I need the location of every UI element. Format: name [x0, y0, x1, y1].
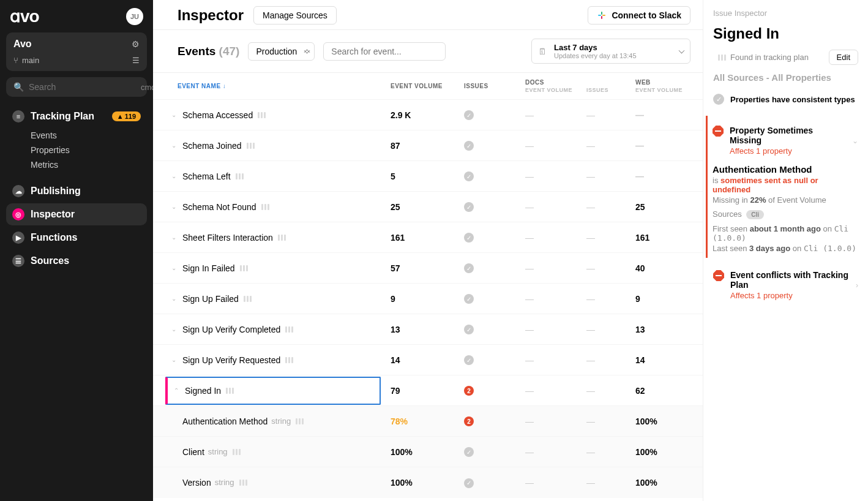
col-event-volume: EVENT VOLUME: [386, 73, 459, 100]
docs-volume: —: [520, 375, 582, 406]
docs-issues: —: [582, 253, 630, 284]
issue-ok-icon: ✓: [464, 202, 474, 212]
col-event-name[interactable]: EVENT NAME ↓: [153, 73, 386, 100]
docs-issues: —: [582, 222, 630, 253]
branch-menu-icon[interactable]: ☰: [132, 56, 140, 65]
property-row[interactable]: Versionstring100%✓——100%: [153, 467, 703, 498]
expand-icon[interactable]: ⌄: [171, 173, 178, 179]
issue1-status-line: is sometimes sent as null or undefined: [713, 176, 858, 194]
events-table: EVENT NAME ↓ EVENT VOLUME ISSUES DocsEVE…: [153, 73, 703, 498]
tracking-plan-icon-small: [278, 235, 286, 241]
table-row[interactable]: ⌃Signed In792——62: [153, 375, 703, 406]
expand-icon[interactable]: ⌄: [171, 203, 178, 210]
nav-inspector[interactable]: ◎ Inspector: [6, 203, 147, 225]
event-issues: ✓: [459, 253, 520, 284]
property-issues: ✓: [459, 437, 520, 467]
issue-property-missing-header[interactable]: Property Sometimes Missing Affects 1 pro…: [713, 121, 858, 160]
event-name: Sign Up Verify Requested: [182, 355, 280, 365]
event-name: Signed In: [185, 386, 221, 396]
env-select[interactable]: Production: [248, 42, 315, 61]
event-issues: ✓: [459, 161, 520, 192]
issue1-first-seen: First seen about 1 month ago on Cli (1.0…: [713, 224, 858, 243]
publishing-icon: ☁: [12, 185, 24, 197]
table-row[interactable]: ⌄Sign Up Verify Completed13✓——13: [153, 314, 703, 345]
nav-tracking-plan[interactable]: ≡ Tracking Plan ▲ 119: [6, 105, 147, 127]
tracking-plan-icon-small: [236, 173, 244, 179]
docs-volume: —: [520, 192, 582, 222]
property-volume: 78%: [386, 406, 459, 437]
panel-title: Signed In: [713, 25, 858, 42]
docs-volume: —: [520, 345, 582, 375]
col-docs: DocsEVENT VOLUME: [520, 73, 582, 100]
connect-slack-button[interactable]: Connect to Slack: [588, 6, 690, 24]
issue-ok-icon: ✓: [464, 294, 474, 304]
property-row[interactable]: Clientstring100%✓——100%: [153, 437, 703, 467]
expand-icon[interactable]: ⌄: [171, 234, 178, 241]
tracking-plan-icon-small: [247, 143, 255, 149]
events-count: (47): [219, 45, 240, 58]
property-docs-volume: —: [520, 437, 582, 467]
avatar[interactable]: JU: [126, 8, 143, 25]
expand-icon[interactable]: ⌃: [174, 387, 180, 394]
docs-volume: —: [520, 222, 582, 253]
nav-functions[interactable]: ▶ Functions: [6, 227, 147, 249]
gear-icon[interactable]: ⚙: [132, 39, 140, 49]
nav-sources[interactable]: ☰ Sources: [6, 250, 147, 272]
expand-icon[interactable]: ⌄: [171, 356, 178, 363]
expand-icon[interactable]: ⌄: [171, 265, 178, 271]
property-docs-issues: —: [582, 467, 630, 498]
expand-icon[interactable]: ⌄: [171, 111, 178, 118]
tracking-plan-badge: ▲ 119: [112, 111, 141, 121]
table-row[interactable]: ⌄Schema Joined87✓———: [153, 130, 703, 161]
workspace-card[interactable]: Avo ⚙ main ☰: [6, 32, 147, 71]
sidebar-search[interactable]: 🔍 cmd+k: [6, 77, 147, 97]
property-issues: 2: [459, 406, 520, 437]
docs-issues: —: [582, 314, 630, 345]
table-row[interactable]: ⌄Sign Up Verify Requested14✓——14: [153, 345, 703, 375]
table-row[interactable]: ⌄Schema Left5✓———: [153, 161, 703, 192]
issue-ok-icon: ✓: [464, 263, 474, 273]
chevron-down-icon: ⌄: [852, 137, 858, 145]
date-range-select[interactable]: 🗓 Last 7 days Updates every day at 13:45: [531, 39, 690, 64]
docs-volume: —: [520, 130, 582, 161]
nav-publishing[interactable]: ☁ Publishing: [6, 180, 147, 202]
subnav-events[interactable]: Events: [31, 129, 147, 142]
connect-slack-label: Connect to Slack: [612, 10, 681, 20]
docs-issues: —: [582, 345, 630, 375]
tracking-plan-icon-small: [261, 204, 270, 210]
property-row[interactable]: Authentication Methodstring78%2——100%: [153, 406, 703, 437]
tracking-plan-icon-small: [244, 296, 252, 302]
web-volume: 25: [630, 192, 703, 222]
event-volume: 14: [386, 345, 459, 375]
table-row[interactable]: ⌄Sign In Failed57✓——40: [153, 253, 703, 284]
docs-volume: —: [520, 284, 582, 314]
issue1-property-name: Authentication Method: [713, 164, 858, 175]
manage-sources-button[interactable]: Manage Sources: [253, 6, 337, 24]
event-name: Sign Up Verify Completed: [182, 325, 280, 334]
property-issues: ✓: [459, 467, 520, 498]
sidebar-search-input[interactable]: [29, 82, 136, 92]
expand-icon[interactable]: ⌄: [171, 326, 178, 333]
event-name: Schema Accessed: [182, 110, 253, 120]
panel-filters[interactable]: All Sources - All Properties: [713, 72, 858, 83]
issue-conflicts-tracking-plan[interactable]: Event conflicts with Tracking Plan Affec…: [713, 265, 858, 305]
branch-icon: [13, 56, 22, 65]
subnav-properties[interactable]: Properties: [31, 143, 147, 157]
edit-button[interactable]: Edit: [829, 50, 858, 65]
table-row[interactable]: ⌄Sheet Filters Interaction161✓——161: [153, 222, 703, 253]
issue1-last-seen: Last seen 3 days ago on Cli (1.0.0): [713, 244, 858, 253]
property-name: Version: [182, 478, 211, 488]
slack-icon: [597, 10, 607, 20]
table-row[interactable]: ⌄Sign Up Failed9✓——9: [153, 284, 703, 314]
event-issues: ✓: [459, 130, 520, 161]
web-volume: 13: [630, 314, 703, 345]
table-row[interactable]: ⌄Schema Not Found25✓——25: [153, 192, 703, 222]
events-table-wrap[interactable]: EVENT NAME ↓ EVENT VOLUME ISSUES DocsEVE…: [153, 73, 703, 501]
expand-icon[interactable]: ⌄: [171, 295, 178, 302]
subnav-metrics[interactable]: Metrics: [31, 158, 147, 171]
expand-icon[interactable]: ⌄: [171, 142, 178, 149]
property-web-volume: 100%: [630, 406, 703, 437]
event-search-input[interactable]: [323, 42, 446, 61]
tracking-plan-icon-small: [258, 112, 266, 118]
table-row[interactable]: ⌄Schema Accessed2.9 K✓———: [153, 100, 703, 130]
